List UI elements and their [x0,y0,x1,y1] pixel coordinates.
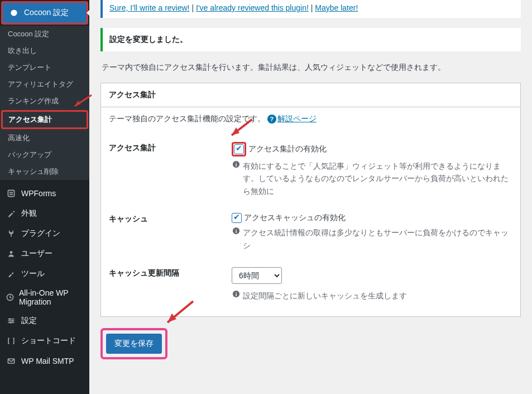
admin-sidebar: Cocoon 設定 Cocoon 設定 吹き出し テンプレート アフィリエイトタ… [0,0,89,394]
access-enable-checkbox[interactable] [234,144,244,154]
sidebar-submenu: Cocoon 設定 吹き出し テンプレート アフィリエイトタグ ランキング作成 … [0,26,89,180]
sidebar-item-users[interactable]: ユーザー [0,244,89,264]
info-icon: i [232,226,241,235]
svg-point-5 [12,320,13,321]
submenu-item-speed[interactable]: 高速化 [0,130,89,146]
svg-point-6 [10,322,12,324]
success-notice: 設定を変更しました。 [100,28,521,51]
sidebar-item-cocoon-settings[interactable]: Cocoon 設定 [1,1,88,25]
svg-text:i: i [236,291,237,297]
page-description: テーマ内で独自にアクセス集計を行います。集計結果は、人気ウィジェットなどで使用さ… [102,63,521,73]
sidebar-item-plugins[interactable]: プラグイン [0,224,89,244]
submenu-item-cache-delete[interactable]: キャッシュ削除 [0,163,89,180]
wrench-icon [6,268,17,279]
mail-icon [6,355,17,367]
sidebar-item-aio-migration[interactable]: All-in-One WP Migration [0,284,89,311]
svg-point-4 [9,318,11,320]
sidebar-item-shortcode[interactable]: ショートコード [0,331,89,351]
svg-point-0 [11,10,17,16]
info-text: 有効にすることで「人気記事」ウィジェット等が利用できるようになります。しているよ… [243,160,512,197]
review-notice: Sure, I'll write a review! | I've alread… [100,0,521,18]
row-label-interval: キャッシュ更新間隔 [109,267,232,302]
help-link[interactable]: 解説ページ [277,114,317,123]
maybe-later-link[interactable]: Maybe later! [315,3,358,12]
brackets-icon [6,335,17,346]
panel-lead: テーマ独自のアクセス集計機能の設定です。 ?解説ページ [109,114,512,124]
migration-icon [6,292,15,303]
info-icon: i [232,160,241,169]
help-icon: ? [267,115,276,124]
save-button[interactable]: 変更を保存 [106,334,162,354]
form-icon [6,188,17,199]
info-text: 設定間隔ごとに新しいキャッシュを生成します [243,289,407,302]
sidebar-item-wpmailsmtp[interactable]: WP Mail SMTP [0,351,89,371]
sidebar-item-wpforms[interactable]: WPForms [0,183,89,203]
sidebar-item-tools[interactable]: ツール [0,264,89,284]
brush-icon [6,208,17,219]
svg-rect-1 [8,190,14,196]
review-link[interactable]: Sure, I'll write a review! [109,3,190,12]
submenu-item-ranking[interactable]: ランキング作成 [0,93,89,110]
cocoon-icon [8,7,20,18]
submenu-item-template[interactable]: テンプレート [0,59,89,76]
already-reviewed-link[interactable]: I've already reviewed this plugin! [196,3,309,12]
access-panel: アクセス集計 テーマ独自のアクセス集計機能の設定です。 ?解説ページ アクセス集… [100,83,521,317]
row-label-cache: キャッシュ [109,213,232,251]
annotation-highlight: 変更を保存 [100,328,167,359]
svg-point-2 [10,251,13,254]
main-content: Sure, I'll write a review! | I've alread… [89,0,532,394]
row-label-access: アクセス集計 [109,142,232,197]
svg-text:i: i [236,162,237,168]
panel-title: アクセス集計 [101,83,520,107]
info-icon: i [232,289,241,298]
sliders-icon [6,315,17,326]
menu-label: Cocoon 設定 [24,8,69,18]
submenu-item-cocoon[interactable]: Cocoon 設定 [0,26,89,42]
row-cache: キャッシュ アクセスキャッシュの有効化 i アクセス統計情報の取得は多少なりとも… [109,205,512,259]
checkbox-label: アクセス集計の有効化 [248,144,327,154]
plug-icon [6,228,17,239]
sidebar-item-settings[interactable]: 設定 [0,311,89,331]
sidebar-item-appearance[interactable]: 外観 [0,203,89,224]
row-access: アクセス集計 アクセス集計の有効化 i 有効にすることで「人気記事」ウィジェット… [109,134,512,205]
submenu-item-access[interactable]: アクセス集計 [1,110,88,129]
svg-text:i: i [236,228,237,234]
row-interval: キャッシュ更新間隔 6時間 i 設定間隔ごとに新しいキャッシュを生成します [109,259,512,310]
checkbox-label: アクセスキャッシュの有効化 [244,213,346,223]
info-text: アクセス統計情報の取得は多少なりともサーバーに負荷をかけるのでキャッシ [243,226,512,251]
submenu-item-balloon[interactable]: 吹き出し [0,42,89,59]
cache-enable-checkbox[interactable] [232,213,242,223]
user-icon [6,248,17,259]
submenu-item-affiliate[interactable]: アフィリエイトタグ [0,76,89,93]
submenu-item-backup[interactable]: バックアップ [0,146,89,163]
annotation-highlight [232,142,246,156]
interval-select[interactable]: 6時間 [232,267,282,284]
